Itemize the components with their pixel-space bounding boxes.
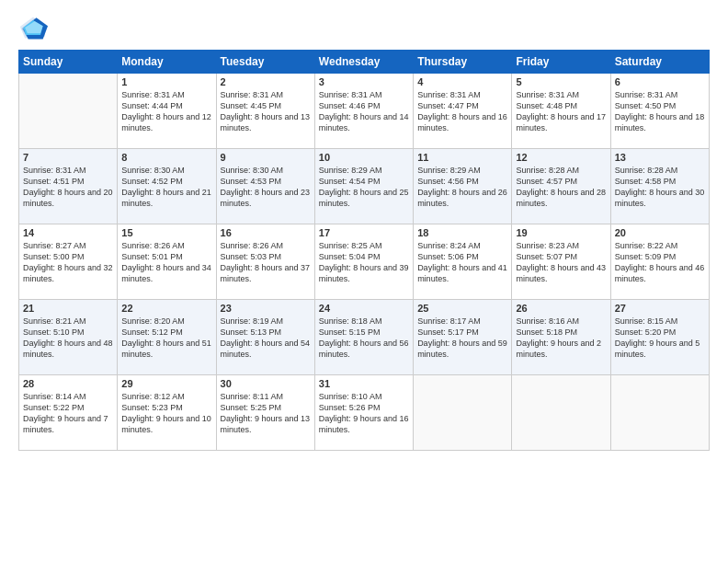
day-number: 18 [417,227,507,238]
calendar-week-row: 14Sunrise: 8:27 AM Sunset: 5:00 PM Dayli… [19,224,710,300]
day-info: Sunrise: 8:18 AM Sunset: 5:15 PM Dayligh… [319,316,409,361]
day-info: Sunrise: 8:22 AM Sunset: 5:09 PM Dayligh… [615,240,705,285]
day-number: 16 [221,227,311,238]
header-thursday: Thursday [414,51,512,74]
day-info: Sunrise: 8:30 AM Sunset: 4:53 PM Dayligh… [221,165,311,210]
calendar-cell: 17Sunrise: 8:25 AM Sunset: 5:04 PM Dayli… [314,224,413,300]
day-number: 28 [23,378,113,389]
day-info: Sunrise: 8:15 AM Sunset: 5:20 PM Dayligh… [615,316,705,361]
calendar-cell [19,74,118,149]
day-number: 6 [615,76,705,87]
calendar-cell: 20Sunrise: 8:22 AM Sunset: 5:09 PM Dayli… [610,224,709,300]
day-info: Sunrise: 8:26 AM Sunset: 5:01 PM Dayligh… [121,240,211,285]
header [18,15,710,40]
day-number: 22 [121,303,211,314]
day-info: Sunrise: 8:20 AM Sunset: 5:12 PM Dayligh… [121,316,211,361]
calendar-cell: 28Sunrise: 8:14 AM Sunset: 5:22 PM Dayli… [19,375,118,451]
calendar-cell: 19Sunrise: 8:23 AM Sunset: 5:07 PM Dayli… [512,224,610,300]
day-info: Sunrise: 8:25 AM Sunset: 5:04 PM Dayligh… [319,240,409,285]
calendar-cell [610,375,709,451]
day-info: Sunrise: 8:29 AM Sunset: 4:54 PM Dayligh… [319,165,409,210]
day-info: Sunrise: 8:10 AM Sunset: 5:26 PM Dayligh… [319,391,409,436]
header-tuesday: Tuesday [216,51,314,74]
calendar-week-row: 21Sunrise: 8:21 AM Sunset: 5:10 PM Dayli… [19,300,710,375]
day-info: Sunrise: 8:19 AM Sunset: 5:13 PM Dayligh… [221,316,311,361]
day-info: Sunrise: 8:11 AM Sunset: 5:25 PM Dayligh… [221,391,311,436]
calendar-cell: 8Sunrise: 8:30 AM Sunset: 4:52 PM Daylig… [118,149,216,224]
calendar-cell: 22Sunrise: 8:20 AM Sunset: 5:12 PM Dayli… [118,300,216,375]
calendar-cell [414,375,512,451]
day-info: Sunrise: 8:30 AM Sunset: 4:52 PM Dayligh… [121,165,211,210]
calendar-cell: 14Sunrise: 8:27 AM Sunset: 5:00 PM Dayli… [19,224,118,300]
day-number: 17 [319,227,409,238]
day-number: 1 [121,76,211,87]
day-info: Sunrise: 8:23 AM Sunset: 5:07 PM Dayligh… [516,240,606,285]
calendar-cell: 18Sunrise: 8:24 AM Sunset: 5:06 PM Dayli… [414,224,512,300]
calendar-cell: 6Sunrise: 8:31 AM Sunset: 4:50 PM Daylig… [610,74,709,149]
calendar-cell: 25Sunrise: 8:17 AM Sunset: 5:17 PM Dayli… [414,300,512,375]
day-info: Sunrise: 8:24 AM Sunset: 5:06 PM Dayligh… [417,240,507,285]
logo-icon [18,15,48,40]
day-info: Sunrise: 8:16 AM Sunset: 5:18 PM Dayligh… [516,316,606,361]
day-number: 4 [417,76,507,87]
calendar-cell: 29Sunrise: 8:12 AM Sunset: 5:23 PM Dayli… [118,375,216,451]
day-number: 7 [23,152,113,163]
day-info: Sunrise: 8:28 AM Sunset: 4:58 PM Dayligh… [615,165,705,210]
day-number: 24 [319,303,409,314]
day-number: 20 [615,227,705,238]
day-number: 25 [417,303,507,314]
calendar-cell: 21Sunrise: 8:21 AM Sunset: 5:10 PM Dayli… [19,300,118,375]
day-info: Sunrise: 8:31 AM Sunset: 4:45 PM Dayligh… [221,89,311,134]
day-info: Sunrise: 8:31 AM Sunset: 4:51 PM Dayligh… [23,165,113,210]
header-monday: Monday [118,51,216,74]
calendar-cell: 24Sunrise: 8:18 AM Sunset: 5:15 PM Dayli… [314,300,413,375]
day-info: Sunrise: 8:31 AM Sunset: 4:46 PM Dayligh… [319,89,409,134]
calendar-cell: 7Sunrise: 8:31 AM Sunset: 4:51 PM Daylig… [19,149,118,224]
calendar-cell: 4Sunrise: 8:31 AM Sunset: 4:47 PM Daylig… [414,74,512,149]
day-number: 14 [23,227,113,238]
day-number: 21 [23,303,113,314]
day-number: 12 [516,152,606,163]
day-number: 8 [121,152,211,163]
header-friday: Friday [512,51,610,74]
day-number: 10 [319,152,409,163]
calendar-cell: 23Sunrise: 8:19 AM Sunset: 5:13 PM Dayli… [216,300,314,375]
calendar-cell: 2Sunrise: 8:31 AM Sunset: 4:45 PM Daylig… [216,74,314,149]
header-wednesday: Wednesday [314,51,413,74]
page: Sunday Monday Tuesday Wednesday Thursday… [0,0,728,563]
calendar-cell: 1Sunrise: 8:31 AM Sunset: 4:44 PM Daylig… [118,74,216,149]
day-number: 29 [121,378,211,389]
day-number: 13 [615,152,705,163]
day-number: 23 [221,303,311,314]
calendar-cell: 30Sunrise: 8:11 AM Sunset: 5:25 PM Dayli… [216,375,314,451]
day-info: Sunrise: 8:31 AM Sunset: 4:50 PM Dayligh… [615,89,705,134]
calendar-week-row: 28Sunrise: 8:14 AM Sunset: 5:22 PM Dayli… [19,375,710,451]
calendar-cell: 13Sunrise: 8:28 AM Sunset: 4:58 PM Dayli… [610,149,709,224]
day-number: 26 [516,303,606,314]
calendar-cell: 9Sunrise: 8:30 AM Sunset: 4:53 PM Daylig… [216,149,314,224]
day-number: 5 [516,76,606,87]
day-info: Sunrise: 8:17 AM Sunset: 5:17 PM Dayligh… [417,316,507,361]
day-number: 19 [516,227,606,238]
calendar-table: Sunday Monday Tuesday Wednesday Thursday… [18,50,710,451]
day-number: 30 [221,378,311,389]
day-number: 15 [121,227,211,238]
day-info: Sunrise: 8:31 AM Sunset: 4:48 PM Dayligh… [516,89,606,134]
calendar-cell: 16Sunrise: 8:26 AM Sunset: 5:03 PM Dayli… [216,224,314,300]
calendar-cell [512,375,610,451]
calendar-cell: 15Sunrise: 8:26 AM Sunset: 5:01 PM Dayli… [118,224,216,300]
day-number: 9 [221,152,311,163]
logo [18,15,51,40]
day-info: Sunrise: 8:29 AM Sunset: 4:56 PM Dayligh… [417,165,507,210]
calendar-cell: 10Sunrise: 8:29 AM Sunset: 4:54 PM Dayli… [314,149,413,224]
day-info: Sunrise: 8:28 AM Sunset: 4:57 PM Dayligh… [516,165,606,210]
day-info: Sunrise: 8:12 AM Sunset: 5:23 PM Dayligh… [121,391,211,436]
day-number: 2 [221,76,311,87]
day-info: Sunrise: 8:14 AM Sunset: 5:22 PM Dayligh… [23,391,113,436]
day-number: 3 [319,76,409,87]
day-info: Sunrise: 8:31 AM Sunset: 4:47 PM Dayligh… [417,89,507,134]
day-number: 11 [417,152,507,163]
calendar-cell: 31Sunrise: 8:10 AM Sunset: 5:26 PM Dayli… [314,375,413,451]
day-info: Sunrise: 8:27 AM Sunset: 5:00 PM Dayligh… [23,240,113,285]
calendar-cell: 27Sunrise: 8:15 AM Sunset: 5:20 PM Dayli… [610,300,709,375]
